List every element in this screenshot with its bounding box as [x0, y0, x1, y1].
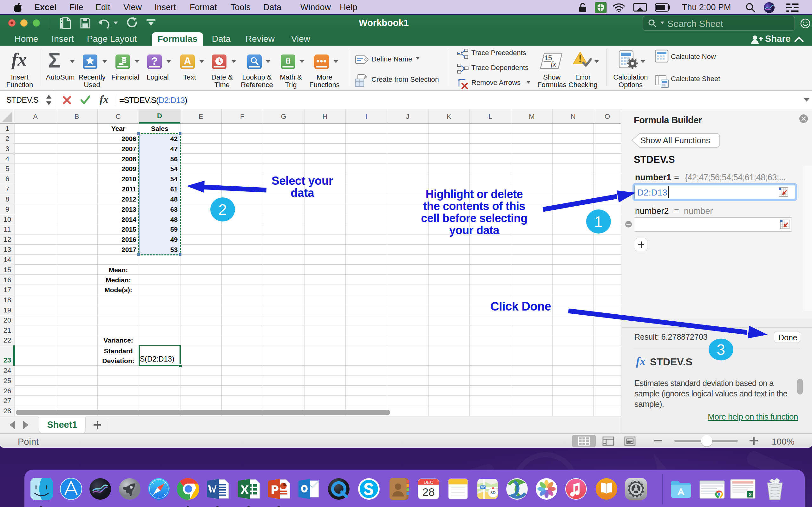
svg-text:3: 3 [716, 341, 725, 358]
svg-text:2: 2 [218, 201, 227, 218]
svg-text:1: 1 [594, 213, 603, 230]
